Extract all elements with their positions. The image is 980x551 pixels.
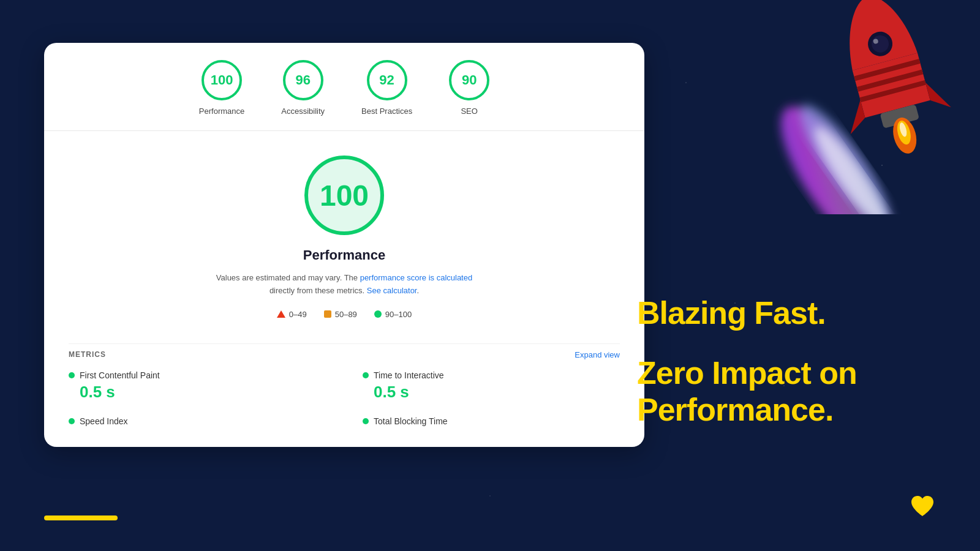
subheadline: Zero Impact on Performance. [637, 355, 857, 429]
metric-name-row-fcp: First Contentful Paint [69, 370, 326, 380]
big-score-number: 100 [320, 179, 369, 212]
right-panel: Blazing Fast. Zero Impact on Performance… [600, 0, 980, 551]
metrics-section: METRICS Expand view First Contentful Pai… [44, 343, 644, 447]
metric-name-si: Speed Index [80, 416, 128, 426]
legend: 0–49 50–89 90–100 [277, 310, 412, 319]
scores-section: 100 Performance 96 Accessibility 92 Best… [44, 43, 644, 131]
performance-title: Performance [303, 247, 386, 263]
desc-link1[interactable]: performance score is calculated [360, 273, 473, 282]
score-label-best-practices: Best Practices [361, 107, 412, 116]
metrics-label: METRICS [69, 350, 106, 359]
score-circle-performance: 100 [202, 60, 242, 100]
score-label-performance: Performance [199, 107, 244, 116]
desc-prefix: Values are estimated and may vary. The [216, 273, 360, 282]
metric-item-fcp: First Contentful Paint 0.5 s [69, 370, 326, 402]
metrics-grid: First Contentful Paint 0.5 s Time to Int… [69, 370, 620, 429]
legend-range-pass: 90–100 [385, 310, 412, 319]
heart-icon [909, 494, 936, 524]
rocket-fin-right [925, 78, 951, 112]
score-label-accessibility: Accessibility [281, 107, 325, 116]
score-item-performance[interactable]: 100 Performance [199, 60, 244, 116]
score-item-best-practices[interactable]: 92 Best Practices [361, 60, 412, 116]
desc-link2[interactable]: See calculator [367, 286, 417, 295]
bottom-line [44, 515, 118, 520]
score-item-seo[interactable]: 90 SEO [449, 60, 489, 116]
metric-dot-si [69, 418, 75, 424]
metrics-header: METRICS Expand view [69, 343, 620, 359]
subheadline-part1: Zero Impact on [637, 355, 857, 391]
score-circle-accessibility: 96 [283, 60, 323, 100]
legend-item-fail: 0–49 [277, 310, 307, 319]
legend-item-average: 50–89 [324, 310, 357, 319]
heart-path [911, 496, 933, 516]
metric-item-tbt: Total Blocking Time [363, 416, 620, 429]
dot-icon [374, 310, 382, 318]
metric-name-row-tbt: Total Blocking Time [363, 416, 620, 426]
metric-item-tti: Time to Interactive 0.5 s [363, 370, 620, 402]
metric-name-tbt: Total Blocking Time [374, 416, 448, 426]
score-value-seo: 90 [462, 72, 477, 88]
text-content: Blazing Fast. Zero Impact on Performance… [637, 161, 857, 429]
heart-svg [909, 494, 936, 519]
metric-name-row-si: Speed Index [69, 416, 326, 426]
metric-item-si: Speed Index [69, 416, 326, 429]
score-item-accessibility[interactable]: 96 Accessibility [281, 60, 325, 116]
left-panel: 100 Performance 96 Accessibility 92 Best… [44, 43, 644, 447]
metric-value-fcp: 0.5 s [69, 383, 326, 402]
metric-value-tti: 0.5 s [363, 383, 620, 402]
headline-line1: Blazing Fast. [637, 296, 857, 331]
score-circle-seo: 90 [449, 60, 489, 100]
performance-description: Values are estimated and may vary. The p… [216, 272, 472, 298]
lighthouse-card: 100 Performance 96 Accessibility 92 Best… [44, 43, 644, 447]
score-circle-best-practices: 92 [367, 60, 407, 100]
legend-range-average: 50–89 [335, 310, 357, 319]
rocket-group [817, 0, 960, 165]
metric-dot-tti [363, 372, 369, 378]
metric-dot-tbt [363, 418, 369, 424]
triangle-icon [277, 310, 285, 318]
score-value-accessibility: 96 [295, 72, 310, 88]
score-value-best-practices: 92 [379, 72, 394, 88]
performance-section: 100 Performance Values are estimated and… [44, 131, 644, 343]
metric-name-row-tti: Time to Interactive [363, 370, 620, 380]
desc-suffix: . [417, 286, 419, 295]
rocket-svg [809, 0, 968, 165]
metric-name-tti: Time to Interactive [374, 370, 444, 380]
square-icon [324, 310, 331, 318]
score-label-seo: SEO [461, 107, 477, 116]
metric-dot-fcp [69, 372, 75, 378]
legend-range-fail: 0–49 [289, 310, 307, 319]
metric-name-fcp: First Contentful Paint [80, 370, 160, 380]
legend-item-pass: 90–100 [374, 310, 412, 319]
desc-middle: directly from these metrics. [270, 286, 367, 295]
subheadline-part2: Performance. [637, 392, 833, 427]
big-score-circle: 100 [304, 156, 384, 235]
score-value-performance: 100 [211, 72, 233, 88]
bottom-bar [44, 515, 118, 520]
